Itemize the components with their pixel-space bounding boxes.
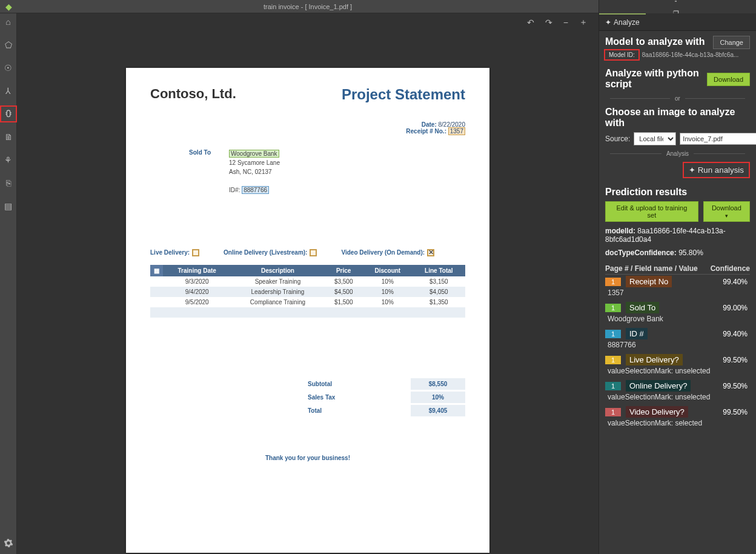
robot-icon[interactable]: ☉: [2, 62, 15, 74]
tab-analyze[interactable]: ✦ Analyze: [599, 13, 646, 30]
document-icon[interactable]: 🗎: [2, 131, 15, 143]
document-page: Contoso, Ltd. Project Statement Date: 8/…: [126, 68, 489, 553]
soldto-addr2: Ash, NC, 02137: [229, 169, 272, 175]
fields-col-left: Page # / Field name / Value: [605, 264, 698, 273]
table-row: 9/3/2020 Speaker Training $3,500 10% $3,…: [150, 276, 465, 287]
zoom-out-icon[interactable]: −: [563, 18, 568, 27]
left-nav: ⌂ ⬠ ☉ ⅄ 🗎 ⚘ ⎘ ▤: [0, 13, 17, 554]
total-label: Total: [308, 405, 411, 418]
home-icon[interactable]: ⌂: [2, 16, 15, 28]
id-label: ID#:: [229, 187, 240, 193]
field-row[interactable]: 1Receipt No99.40%1357: [605, 276, 750, 301]
field-page: 1: [605, 382, 621, 390]
field-row[interactable]: 1Online Delivery?99.50%valueSelectionMar…: [605, 380, 750, 405]
field-page: 1: [605, 408, 621, 416]
python-heading: Analyze with python script: [605, 68, 707, 89]
col-price: Price: [324, 265, 363, 276]
receipt-value: 1357: [448, 127, 465, 135]
field-name: Live Delivery?: [626, 354, 683, 365]
col-disc: Discount: [363, 265, 413, 276]
field-row[interactable]: 1Video Delivery?99.50%valueSelectionMark…: [605, 406, 750, 431]
choose-heading: Choose an image to analyze with: [605, 107, 750, 128]
viewer-toolbar: ↶ ↷ − ＋: [17, 13, 598, 32]
analyze-tab-icon: ✦: [605, 18, 611, 27]
model-id-label: Model ID:: [605, 50, 638, 59]
table-row: 9/5/2020 Compliance Training $1,500 10% …: [150, 297, 465, 307]
page-heading: Project Statement: [342, 86, 465, 103]
zoom-in-icon[interactable]: ＋: [579, 17, 588, 28]
checkbox-checked-icon: [427, 249, 434, 256]
undo-icon[interactable]: ↶: [527, 18, 534, 27]
soldto-label: Sold To: [150, 149, 211, 195]
modelid-full-label: modelId:: [605, 227, 635, 235]
live-delivery-label: Live Delivery:: [150, 249, 190, 256]
download-script-button[interactable]: Download: [707, 73, 750, 86]
field-confidence: 99.50%: [723, 408, 750, 416]
thanks-text: Thank you for your business!: [150, 455, 465, 461]
field-row[interactable]: 1Sold To99.00%Woodgrove Bank: [605, 302, 750, 327]
edit-upload-button[interactable]: Edit & upload to training set: [605, 201, 698, 222]
subtotal-label: Subtotal: [308, 378, 411, 392]
date-label: Date:: [422, 121, 437, 128]
tax-label: Sales Tax: [308, 392, 411, 405]
source-label: Source:: [605, 135, 630, 143]
run-analysis-button[interactable]: ✦ Run analysis: [683, 162, 750, 178]
col-date: Training Date: [163, 265, 231, 276]
settings-icon[interactable]: [2, 537, 15, 549]
model-heading: Model to analyze with: [605, 36, 705, 47]
redo-icon[interactable]: ↷: [545, 18, 552, 27]
link-icon[interactable]: ⎘: [2, 177, 15, 189]
total-value: $9,405: [411, 405, 465, 416]
field-page: 1: [605, 278, 621, 286]
id-value: 8887766: [242, 186, 269, 194]
field-name: ID #: [626, 328, 648, 339]
col-total: Line Total: [413, 265, 465, 276]
field-page: 1: [605, 356, 621, 364]
field-page: 1: [605, 330, 621, 338]
field-name: Receipt No: [626, 276, 672, 287]
page-icon[interactable]: ▤: [2, 200, 15, 212]
col-desc: Description: [231, 265, 324, 276]
field-confidence: 99.50%: [723, 382, 750, 390]
analyze-icon[interactable]: [2, 108, 15, 120]
prediction-heading: Prediction results: [605, 187, 750, 198]
field-name: Sold To: [626, 302, 659, 313]
app-logo-icon: ◆: [0, 2, 17, 12]
download-results-button[interactable]: Download: [703, 201, 750, 222]
field-confidence: 99.40%: [723, 278, 750, 286]
or-separator: or: [675, 95, 680, 102]
field-row[interactable]: 1ID #99.40%8887766: [605, 328, 750, 353]
field-value: valueSelectionMark: unselected: [605, 365, 750, 379]
share-icon[interactable]: ⇪: [671, 0, 681, 4]
tag-icon[interactable]: ⬠: [2, 39, 15, 51]
source-file-input[interactable]: [680, 133, 756, 145]
plug-icon[interactable]: ⚘: [2, 154, 15, 166]
fields-col-right: Confidence: [711, 264, 750, 273]
field-confidence: 99.50%: [723, 356, 750, 364]
field-row[interactable]: 1Live Delivery?99.50%valueSelectionMark:…: [605, 354, 750, 379]
field-page: 1: [605, 304, 621, 312]
field-value: valueSelectionMark: unselected: [605, 392, 750, 405]
receipt-label: Receipt # No.:: [406, 128, 446, 135]
line-items-table: ▦ Training Date Description Price Discou…: [150, 265, 465, 318]
field-value: Woodgrove Bank: [605, 313, 750, 327]
online-delivery-label: Online Delivery (Livestream):: [224, 249, 307, 256]
field-confidence: 99.00%: [723, 304, 750, 312]
checkbox-icon: [310, 249, 317, 256]
document-title: train invoice - [ Invoice_1.pdf ]: [17, 3, 598, 10]
field-name: Video Delivery?: [626, 406, 688, 418]
source-select[interactable]: Local file: [634, 132, 676, 145]
soldto-addr1: 12 Sycamore Lane: [229, 159, 280, 166]
field-confidence: 99.40%: [723, 330, 750, 338]
field-value: valueSelectionMark: selected: [605, 418, 750, 431]
bolt-icon: ✦: [689, 165, 695, 175]
model-id-value: 8aa16866-16fe-44ca-b13a-8bfc6a...: [642, 52, 750, 58]
change-button[interactable]: Change: [713, 36, 750, 49]
dtc-value: 95.80%: [678, 249, 703, 257]
merge-icon[interactable]: ⅄: [2, 85, 15, 97]
field-value: 1357: [605, 287, 750, 301]
table-row: 9/4/2020 Leadership Training $4,500 10% …: [150, 287, 465, 297]
right-panel: ✦ Analyze Model to analyze with Change M…: [598, 13, 756, 554]
analysis-separator: Analysis: [666, 150, 689, 157]
dtc-label: docTypeConfidence:: [605, 249, 677, 257]
